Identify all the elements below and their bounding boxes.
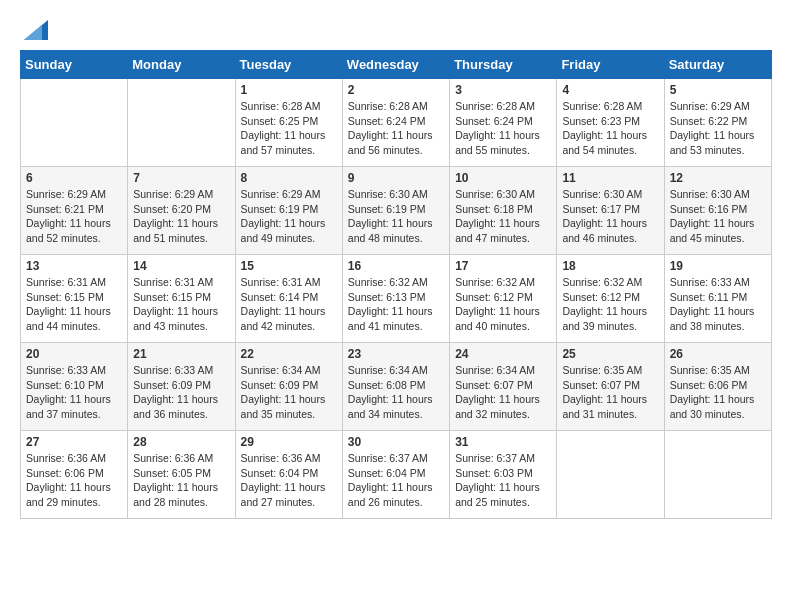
- calendar-cell: 14Sunrise: 6:31 AMSunset: 6:15 PMDayligh…: [128, 255, 235, 343]
- day-info: Sunrise: 6:34 AMSunset: 6:08 PMDaylight:…: [348, 363, 444, 422]
- day-number: 20: [26, 347, 122, 361]
- day-info: Sunrise: 6:31 AMSunset: 6:14 PMDaylight:…: [241, 275, 337, 334]
- day-info: Sunrise: 6:29 AMSunset: 6:22 PMDaylight:…: [670, 99, 766, 158]
- day-number: 17: [455, 259, 551, 273]
- day-info: Sunrise: 6:30 AMSunset: 6:17 PMDaylight:…: [562, 187, 658, 246]
- calendar-cell: [557, 431, 664, 519]
- day-info: Sunrise: 6:28 AMSunset: 6:24 PMDaylight:…: [455, 99, 551, 158]
- calendar-cell: 3Sunrise: 6:28 AMSunset: 6:24 PMDaylight…: [450, 79, 557, 167]
- calendar-cell: 4Sunrise: 6:28 AMSunset: 6:23 PMDaylight…: [557, 79, 664, 167]
- day-number: 5: [670, 83, 766, 97]
- column-header-thursday: Thursday: [450, 51, 557, 79]
- day-number: 9: [348, 171, 444, 185]
- calendar-cell: 19Sunrise: 6:33 AMSunset: 6:11 PMDayligh…: [664, 255, 771, 343]
- calendar-cell: 23Sunrise: 6:34 AMSunset: 6:08 PMDayligh…: [342, 343, 449, 431]
- day-info: Sunrise: 6:33 AMSunset: 6:11 PMDaylight:…: [670, 275, 766, 334]
- day-number: 15: [241, 259, 337, 273]
- day-number: 27: [26, 435, 122, 449]
- calendar-cell: 7Sunrise: 6:29 AMSunset: 6:20 PMDaylight…: [128, 167, 235, 255]
- calendar-cell: 24Sunrise: 6:34 AMSunset: 6:07 PMDayligh…: [450, 343, 557, 431]
- day-number: 16: [348, 259, 444, 273]
- calendar-cell: 17Sunrise: 6:32 AMSunset: 6:12 PMDayligh…: [450, 255, 557, 343]
- calendar-cell: [128, 79, 235, 167]
- day-number: 11: [562, 171, 658, 185]
- calendar-cell: 6Sunrise: 6:29 AMSunset: 6:21 PMDaylight…: [21, 167, 128, 255]
- calendar-cell: 2Sunrise: 6:28 AMSunset: 6:24 PMDaylight…: [342, 79, 449, 167]
- day-number: 21: [133, 347, 229, 361]
- column-header-wednesday: Wednesday: [342, 51, 449, 79]
- day-number: 30: [348, 435, 444, 449]
- day-info: Sunrise: 6:29 AMSunset: 6:21 PMDaylight:…: [26, 187, 122, 246]
- calendar-cell: 20Sunrise: 6:33 AMSunset: 6:10 PMDayligh…: [21, 343, 128, 431]
- day-number: 23: [348, 347, 444, 361]
- calendar-cell: 31Sunrise: 6:37 AMSunset: 6:03 PMDayligh…: [450, 431, 557, 519]
- calendar-cell: 25Sunrise: 6:35 AMSunset: 6:07 PMDayligh…: [557, 343, 664, 431]
- day-info: Sunrise: 6:31 AMSunset: 6:15 PMDaylight:…: [133, 275, 229, 334]
- day-number: 24: [455, 347, 551, 361]
- day-info: Sunrise: 6:30 AMSunset: 6:16 PMDaylight:…: [670, 187, 766, 246]
- column-header-monday: Monday: [128, 51, 235, 79]
- calendar-cell: 30Sunrise: 6:37 AMSunset: 6:04 PMDayligh…: [342, 431, 449, 519]
- day-info: Sunrise: 6:35 AMSunset: 6:06 PMDaylight:…: [670, 363, 766, 422]
- calendar-cell: 15Sunrise: 6:31 AMSunset: 6:14 PMDayligh…: [235, 255, 342, 343]
- calendar-cell: 1Sunrise: 6:28 AMSunset: 6:25 PMDaylight…: [235, 79, 342, 167]
- day-number: 2: [348, 83, 444, 97]
- day-info: Sunrise: 6:29 AMSunset: 6:19 PMDaylight:…: [241, 187, 337, 246]
- column-header-saturday: Saturday: [664, 51, 771, 79]
- calendar-cell: 5Sunrise: 6:29 AMSunset: 6:22 PMDaylight…: [664, 79, 771, 167]
- day-info: Sunrise: 6:32 AMSunset: 6:12 PMDaylight:…: [562, 275, 658, 334]
- day-number: 31: [455, 435, 551, 449]
- day-number: 1: [241, 83, 337, 97]
- day-number: 25: [562, 347, 658, 361]
- day-number: 13: [26, 259, 122, 273]
- day-info: Sunrise: 6:32 AMSunset: 6:12 PMDaylight:…: [455, 275, 551, 334]
- svg-marker-1: [24, 25, 42, 40]
- day-number: 18: [562, 259, 658, 273]
- calendar-cell: 10Sunrise: 6:30 AMSunset: 6:18 PMDayligh…: [450, 167, 557, 255]
- day-number: 4: [562, 83, 658, 97]
- day-info: Sunrise: 6:31 AMSunset: 6:15 PMDaylight:…: [26, 275, 122, 334]
- calendar-table: SundayMondayTuesdayWednesdayThursdayFrid…: [20, 50, 772, 519]
- calendar-cell: 8Sunrise: 6:29 AMSunset: 6:19 PMDaylight…: [235, 167, 342, 255]
- day-info: Sunrise: 6:32 AMSunset: 6:13 PMDaylight:…: [348, 275, 444, 334]
- calendar-cell: 27Sunrise: 6:36 AMSunset: 6:06 PMDayligh…: [21, 431, 128, 519]
- day-info: Sunrise: 6:30 AMSunset: 6:18 PMDaylight:…: [455, 187, 551, 246]
- day-number: 29: [241, 435, 337, 449]
- day-info: Sunrise: 6:34 AMSunset: 6:09 PMDaylight:…: [241, 363, 337, 422]
- day-number: 26: [670, 347, 766, 361]
- day-info: Sunrise: 6:35 AMSunset: 6:07 PMDaylight:…: [562, 363, 658, 422]
- column-header-tuesday: Tuesday: [235, 51, 342, 79]
- calendar-cell: 28Sunrise: 6:36 AMSunset: 6:05 PMDayligh…: [128, 431, 235, 519]
- day-number: 28: [133, 435, 229, 449]
- calendar-cell: 12Sunrise: 6:30 AMSunset: 6:16 PMDayligh…: [664, 167, 771, 255]
- day-number: 22: [241, 347, 337, 361]
- calendar-cell: 21Sunrise: 6:33 AMSunset: 6:09 PMDayligh…: [128, 343, 235, 431]
- day-info: Sunrise: 6:30 AMSunset: 6:19 PMDaylight:…: [348, 187, 444, 246]
- calendar-week-row: 6Sunrise: 6:29 AMSunset: 6:21 PMDaylight…: [21, 167, 772, 255]
- calendar-week-row: 20Sunrise: 6:33 AMSunset: 6:10 PMDayligh…: [21, 343, 772, 431]
- day-info: Sunrise: 6:37 AMSunset: 6:04 PMDaylight:…: [348, 451, 444, 510]
- day-number: 10: [455, 171, 551, 185]
- day-number: 14: [133, 259, 229, 273]
- calendar-week-row: 27Sunrise: 6:36 AMSunset: 6:06 PMDayligh…: [21, 431, 772, 519]
- calendar-cell: 13Sunrise: 6:31 AMSunset: 6:15 PMDayligh…: [21, 255, 128, 343]
- column-header-sunday: Sunday: [21, 51, 128, 79]
- page-header: [20, 20, 772, 40]
- calendar-week-row: 1Sunrise: 6:28 AMSunset: 6:25 PMDaylight…: [21, 79, 772, 167]
- logo-icon: [24, 20, 48, 40]
- column-header-friday: Friday: [557, 51, 664, 79]
- calendar-cell: [21, 79, 128, 167]
- day-info: Sunrise: 6:28 AMSunset: 6:23 PMDaylight:…: [562, 99, 658, 158]
- day-number: 12: [670, 171, 766, 185]
- calendar-cell: 11Sunrise: 6:30 AMSunset: 6:17 PMDayligh…: [557, 167, 664, 255]
- calendar-cell: [664, 431, 771, 519]
- day-info: Sunrise: 6:36 AMSunset: 6:04 PMDaylight:…: [241, 451, 337, 510]
- calendar-cell: 9Sunrise: 6:30 AMSunset: 6:19 PMDaylight…: [342, 167, 449, 255]
- calendar-cell: 22Sunrise: 6:34 AMSunset: 6:09 PMDayligh…: [235, 343, 342, 431]
- calendar-cell: 29Sunrise: 6:36 AMSunset: 6:04 PMDayligh…: [235, 431, 342, 519]
- day-info: Sunrise: 6:37 AMSunset: 6:03 PMDaylight:…: [455, 451, 551, 510]
- day-info: Sunrise: 6:28 AMSunset: 6:25 PMDaylight:…: [241, 99, 337, 158]
- day-number: 19: [670, 259, 766, 273]
- day-number: 8: [241, 171, 337, 185]
- day-info: Sunrise: 6:34 AMSunset: 6:07 PMDaylight:…: [455, 363, 551, 422]
